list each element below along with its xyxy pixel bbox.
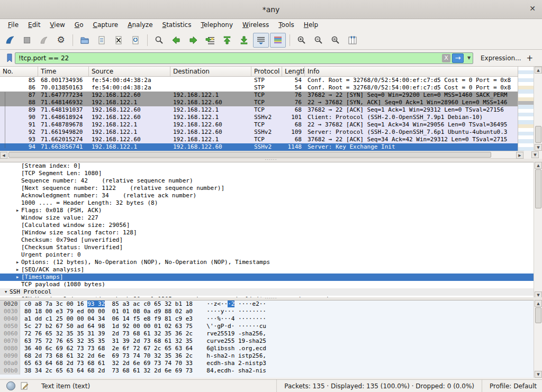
resize-columns-icon[interactable] [345,33,360,48]
column-header-info[interactable]: Info [305,67,518,76]
hex-bytes[interactable]: 63 75 72 76 65 32 35 35 31 39 2d 73 68 6… [20,338,266,345]
start-capture-icon[interactable] [2,33,18,48]
column-header-destination[interactable]: Destination [170,67,251,76]
filter-dropdown-icon[interactable]: ▼ [465,56,473,60]
detail-line[interactable]: [TCP Segment Len: 1080] [0,170,534,177]
hex-bytes[interactable]: c0 a8 7a 3c 00 16 93 32 85 a3 ac c0 65 3… [20,300,266,308]
expand-icon[interactable]: ▶ [14,266,21,274]
intelligent-scrollbar[interactable] [518,67,534,151]
column-header-no[interactable]: No. [0,67,38,76]
go-back-icon[interactable] [168,33,184,48]
menu-item-help[interactable]: Help [299,20,323,30]
restart-capture-icon[interactable] [36,33,52,48]
go-to-packet-icon[interactable] [202,33,218,48]
collapse-icon[interactable]: ▼ [2,288,10,296]
find-packet-icon[interactable] [151,33,167,48]
filter-clear-icon[interactable]: X [442,54,450,62]
menu-item-telephony[interactable]: Telephony [196,20,238,30]
packet-row[interactable]: 9171.648789678192.168.122.1192.168.122.6… [0,121,518,129]
hex-row[interactable]: 00a065 63 64 68 2d 73 68 61 32 2d 6e 69 … [0,360,534,367]
stop-capture-icon[interactable] [19,33,35,48]
hex-bytes[interactable]: 72 76 65 32 35 35 31 39 2d 73 68 61 32 3… [20,330,266,338]
scroll-up-icon[interactable]: ▲ [535,162,542,169]
hex-bytes[interactable]: 80 18 00 e3 79 ed 00 00 01 01 08 0a d9 8… [20,308,266,315]
detail-line[interactable]: [Checksum Status: Unverified] [0,244,534,251]
packet-row[interactable]: 9471.663856741192.168.122.1192.168.122.6… [0,143,518,151]
hex-bytes[interactable]: a1 dd c1 25 00 00 04 34 06 14 f5 e8 f9 8… [20,315,266,323]
detail-vscrollbar[interactable]: ▲ ▼ [534,162,542,298]
title-bar[interactable]: *any ✕ [0,0,542,19]
scroll-left-icon[interactable]: ◀ [0,152,7,159]
auto-scroll-icon[interactable] [253,33,269,48]
zoom-out-icon[interactable] [311,33,327,48]
hex-row[interactable]: 009068 2d 73 68 61 32 2d 6e 69 73 74 70 … [0,352,534,360]
save-file-icon[interactable] [94,33,110,48]
zoom-original-icon[interactable] [328,33,344,48]
detail-line[interactable]: ▶[Timestamps] [0,274,534,281]
detail-line[interactable]: Acknowledgment number: 34 (relative ack … [0,192,534,199]
hex-row[interactable]: 00505c 27 b2 67 50 ad 64 98 1d 92 00 00 … [0,323,534,330]
column-header-protocol[interactable]: Protocol [251,67,282,76]
hex-row[interactable]: 007063 75 72 76 65 32 35 35 31 39 2d 73 … [0,338,534,345]
display-filter-input[interactable] [15,54,442,62]
scroll-down-icon[interactable]: ▼ [535,371,542,378]
close-icon[interactable]: ✕ [529,4,536,13]
hex-row[interactable]: 008036 40 6c 69 62 73 73 68 2e 6f 72 67 … [0,345,534,352]
hex-row[interactable]: 00b038 34 2c 65 63 64 68 2d 73 68 61 32 … [0,367,534,375]
go-forward-icon[interactable] [185,33,201,48]
hex-row[interactable]: 003080 18 00 e3 79 ed 00 00 01 01 08 0a … [0,308,534,315]
packet-list-vscrollbar[interactable]: ▲ ▼ [534,67,542,151]
column-header-time[interactable]: Time [38,67,89,76]
expand-icon[interactable]: ▶ [14,259,21,266]
expert-info-icon[interactable] [6,381,15,390]
open-file-icon[interactable] [77,33,93,48]
expand-icon[interactable]: ▶ [14,274,21,281]
detail-line[interactable]: ▶Options: (12 bytes), No-Operation (NOP)… [0,259,534,266]
hex-bytes[interactable]: 38 34 2c 65 63 64 68 2d 73 68 61 32 2d 6… [20,367,266,375]
detail-line[interactable]: [Calculated window size: 29056] [0,222,534,229]
detail-line[interactable]: TCP payload (1080 bytes) [0,281,534,288]
packet-row[interactable]: 8670.013850163fe:54:00:d4:38:2aSTP54Conf… [0,84,518,92]
column-header-length[interactable]: Length [282,67,305,76]
packet-row[interactable]: 8871.648146932192.168.122.1192.168.122.6… [0,99,518,106]
detail-line[interactable]: ▼SSH Protocol [0,288,534,296]
detail-line[interactable]: 1000 .... = Header Length: 32 bytes (8) [0,199,534,207]
scroll-up-icon[interactable]: ▲ [535,67,542,74]
scroll-thumb[interactable] [535,307,541,323]
menu-item-edit[interactable]: Edit [23,20,45,30]
expression-button[interactable]: Expression... [481,54,521,62]
menu-item-wireless[interactable]: Wireless [238,20,274,30]
menu-item-statistics[interactable]: Statistics [158,20,196,30]
detail-line[interactable]: Urgent pointer: 0 [0,251,534,259]
scroll-thumb[interactable] [8,152,491,158]
menu-item-view[interactable]: View [45,20,69,30]
packet-row[interactable]: 9371.662015274192.168.122.60192.168.122.… [0,136,518,143]
menu-item-capture[interactable]: Capture [88,20,123,30]
menu-item-file[interactable]: File [3,20,23,30]
colorize-icon[interactable] [270,33,286,48]
detail-line[interactable]: Window size value: 227 [0,214,534,222]
detail-line[interactable]: [Stream index: 0] [0,162,534,170]
reload-file-icon[interactable] [128,33,143,48]
menu-item-analyze[interactable]: Analyze [123,20,157,30]
hex-bytes[interactable]: 68 2d 73 68 61 32 2d 6e 69 73 74 70 32 3… [20,352,266,360]
menu-item-tools[interactable]: Tools [274,20,299,30]
profile-button[interactable]: Profile: Default [482,380,542,392]
capture-options-icon[interactable]: ⚙ [53,33,69,48]
close-file-icon[interactable] [111,33,127,48]
menu-item-go[interactable]: Go [70,20,88,30]
filter-apply-icon[interactable]: → [452,53,464,63]
hex-row[interactable]: 0020c0 a8 7a 3c 00 16 93 32 85 a3 ac c0 … [0,300,534,308]
zoom-in-icon[interactable] [294,33,310,48]
packet-list-header[interactable]: No. Time Source Destination Protocol Len… [0,67,518,77]
column-header-source[interactable]: Source [89,67,170,76]
scroll-thumb[interactable] [535,169,541,208]
scroll-right-icon[interactable]: ▶ [516,152,523,159]
detail-line[interactable]: Sequence number: 42 (relative sequence n… [0,177,534,185]
detail-line[interactable]: ▶Flags: 0x018 (PSH, ACK) [0,207,534,214]
hex-bytes[interactable]: 5c 27 b2 67 50 ad 64 98 1d 92 00 00 01 0… [20,323,266,330]
filter-bookmark-icon[interactable] [4,52,15,64]
scroll-down-icon[interactable]: ▼ [535,144,542,151]
packet-row[interactable]: 8568.001734936fe:54:00:d4:38:2aSTP54Conf… [0,77,518,84]
hex-vscrollbar[interactable]: ▲ ▼ [534,300,542,378]
